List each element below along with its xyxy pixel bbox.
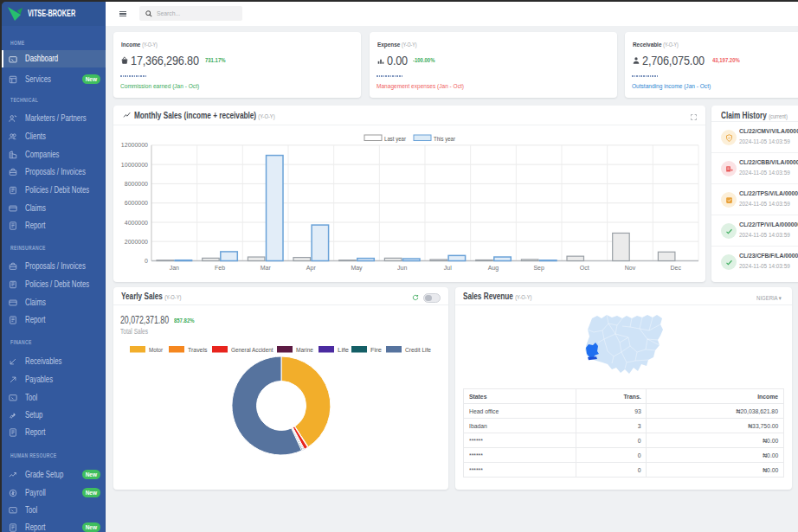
svg-text:2000000: 2000000 — [125, 239, 148, 245]
svg-text:Last year: Last year — [384, 136, 407, 143]
svg-text:Marine: Marine — [296, 347, 313, 353]
svg-text:Apr: Apr — [306, 265, 317, 272]
svg-text:This year: This year — [434, 136, 456, 143]
svg-text:6000000: 6000000 — [125, 200, 148, 206]
svg-text:0: 0 — [145, 258, 148, 264]
svg-text:10000000: 10000000 — [121, 162, 148, 168]
svg-text:4000000: 4000000 — [125, 220, 148, 226]
svg-text:Motor: Motor — [149, 347, 164, 353]
svg-text:Jan: Jan — [170, 265, 179, 271]
svg-text:May: May — [351, 265, 363, 272]
svg-text:12000000: 12000000 — [121, 142, 148, 148]
svg-text:Life: Life — [338, 347, 349, 353]
svg-text:Travels: Travels — [188, 347, 208, 353]
svg-text:Jun: Jun — [397, 265, 407, 271]
svg-text:Mar: Mar — [261, 265, 272, 271]
svg-text:Dec: Dec — [670, 265, 681, 271]
svg-text:Fire: Fire — [370, 347, 382, 353]
svg-text:General Accident: General Accident — [231, 347, 274, 353]
svg-text:Credit Life: Credit Life — [405, 347, 431, 353]
svg-text:Jul: Jul — [444, 265, 452, 271]
svg-text:Sep: Sep — [533, 265, 544, 272]
svg-text:Feb: Feb — [215, 265, 225, 271]
svg-text:Oct: Oct — [580, 265, 589, 271]
svg-text:8000000: 8000000 — [125, 181, 148, 187]
svg-text:Nov: Nov — [625, 265, 636, 271]
svg-text:Aug: Aug — [488, 265, 499, 272]
